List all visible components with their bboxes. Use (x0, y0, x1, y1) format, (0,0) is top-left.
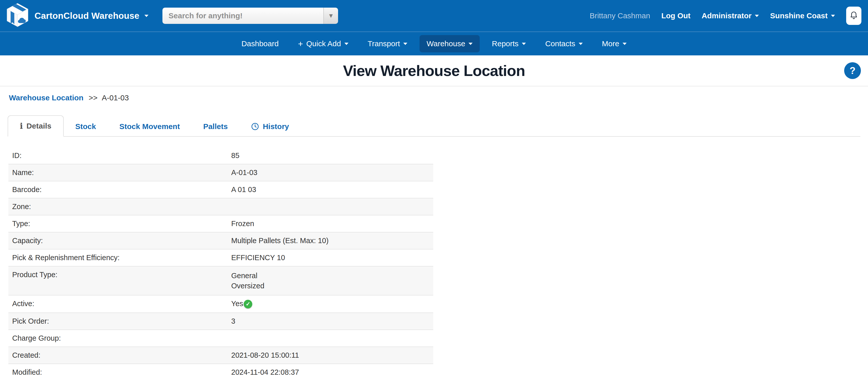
chevron-down-icon (831, 15, 835, 17)
field-value: A 01 03 (231, 181, 433, 198)
field-label: Barcode: (8, 181, 231, 198)
user-name: Brittany Cashman (590, 11, 650, 20)
search-input[interactable] (162, 8, 323, 24)
table-row: Product Type: General Oversized (8, 266, 433, 295)
field-value: 85 (231, 147, 433, 164)
field-label: Pick & Replenishment Efficiency: (8, 250, 231, 266)
table-row: Modified: 2024-11-04 22:08:37 (8, 364, 433, 377)
brand-title[interactable]: CartonCloud Warehouse (34, 11, 140, 21)
role-dropdown[interactable]: Administrator (702, 11, 759, 20)
user-menu: Brittany Cashman Log Out Administrator S… (590, 0, 861, 31)
field-value: 2021-08-20 15:00:11 (231, 347, 433, 364)
global-search: ▼ (162, 8, 338, 24)
details-table: ID: 85 Name: A-01-03 Barcode: A 01 03 Zo… (8, 147, 433, 377)
chevron-down-icon (145, 15, 149, 17)
field-value-line: General (231, 270, 433, 281)
table-row: Active: Yes✓ (8, 295, 433, 313)
tab-history[interactable]: History (239, 117, 301, 136)
table-row: Charge Group: (8, 329, 433, 347)
tab-pallets[interactable]: Pallets (192, 117, 240, 136)
tab-bar: i Details Stock Stock Movement Pallets H… (8, 115, 860, 137)
nav-item-warehouse[interactable]: Warehouse (420, 35, 480, 52)
field-label: Active: (8, 295, 231, 313)
nav-item-transport[interactable]: Transport (361, 35, 414, 52)
chevron-down-icon (623, 43, 627, 45)
field-label: ID: (8, 147, 231, 164)
field-value: 3 (231, 313, 433, 329)
nav-item-quick-add[interactable]: + Quick Add (291, 35, 355, 52)
main-nav: Dashboard + Quick Add Transport Warehous… (0, 31, 868, 55)
field-label: Name: (8, 164, 231, 181)
field-value: EFFICIENCY 10 (231, 250, 433, 266)
site-dropdown[interactable]: Sunshine Coast (770, 11, 835, 20)
field-label: Type: (8, 215, 231, 232)
field-value: A-01-03 (231, 164, 433, 181)
table-row: Pick Order: 3 (8, 313, 433, 329)
plus-icon: + (298, 39, 303, 48)
green-check-icon: ✓ (244, 300, 252, 309)
notifications-button[interactable] (846, 7, 861, 25)
table-row: ID: 85 (8, 147, 433, 164)
cartoncloud-logo-icon (6, 3, 29, 29)
tab-details[interactable]: i Details (8, 115, 64, 137)
breadcrumb: Warehouse Location >> A-01-03 (9, 93, 868, 102)
field-value: Multiple Pallets (Est. Max: 10) (231, 232, 433, 249)
table-row: Zone: (8, 198, 433, 215)
field-value (231, 198, 433, 215)
field-label: Created: (8, 347, 231, 364)
info-icon: i (20, 121, 23, 131)
table-row: Barcode: A 01 03 (8, 181, 433, 198)
help-button[interactable]: ? (844, 62, 861, 79)
field-label: Charge Group: (8, 330, 231, 347)
field-label: Zone: (8, 198, 231, 215)
field-label: Product Type: (8, 266, 231, 295)
field-label: Modified: (8, 364, 231, 377)
page-title: View Warehouse Location (343, 62, 525, 80)
bell-icon (849, 10, 858, 21)
tab-stock-movement[interactable]: Stock Movement (107, 117, 191, 136)
chevron-down-icon (522, 43, 526, 45)
field-value: Yes✓ (231, 295, 433, 313)
field-value: 2024-11-04 22:08:37 (231, 364, 433, 377)
chevron-down-icon: ▼ (328, 12, 334, 19)
search-dropdown-button[interactable]: ▼ (323, 8, 338, 24)
breadcrumb-current: A-01-03 (102, 93, 129, 102)
site-label: Sunshine Coast (770, 11, 828, 20)
field-value (231, 330, 433, 347)
logout-link[interactable]: Log Out (661, 11, 691, 20)
table-row: Name: A-01-03 (8, 164, 433, 181)
field-value: General Oversized (231, 266, 433, 295)
page-header: View Warehouse Location ? (0, 55, 868, 86)
nav-item-contacts[interactable]: Contacts (538, 35, 590, 52)
field-value-line: Oversized (231, 281, 433, 291)
table-row: Pick & Replenishment Efficiency: EFFICIE… (8, 249, 433, 266)
breadcrumb-separator: >> (89, 93, 97, 102)
nav-item-dashboard[interactable]: Dashboard (234, 35, 286, 52)
field-label: Pick Order: (8, 313, 231, 329)
clock-icon (251, 122, 259, 130)
chevron-down-icon (468, 43, 472, 45)
table-row: Created: 2021-08-20 15:00:11 (8, 347, 433, 364)
tab-stock[interactable]: Stock (64, 117, 108, 136)
chevron-down-icon (755, 15, 759, 17)
chevron-down-icon (579, 43, 583, 45)
field-value: Frozen (231, 215, 433, 232)
table-row: Capacity: Multiple Pallets (Est. Max: 10… (8, 232, 433, 249)
brand-dropdown[interactable]: CartonCloud Warehouse (6, 0, 149, 31)
nav-item-reports[interactable]: Reports (485, 35, 533, 52)
table-row: Type: Frozen (8, 215, 433, 232)
chevron-down-icon (403, 43, 407, 45)
chevron-down-icon (344, 43, 348, 45)
field-label: Capacity: (8, 232, 231, 249)
top-navbar: CartonCloud Warehouse ▼ Brittany Cashman… (0, 0, 868, 55)
role-label: Administrator (702, 11, 752, 20)
nav-item-more[interactable]: More (595, 35, 634, 52)
breadcrumb-link[interactable]: Warehouse Location (9, 93, 84, 102)
